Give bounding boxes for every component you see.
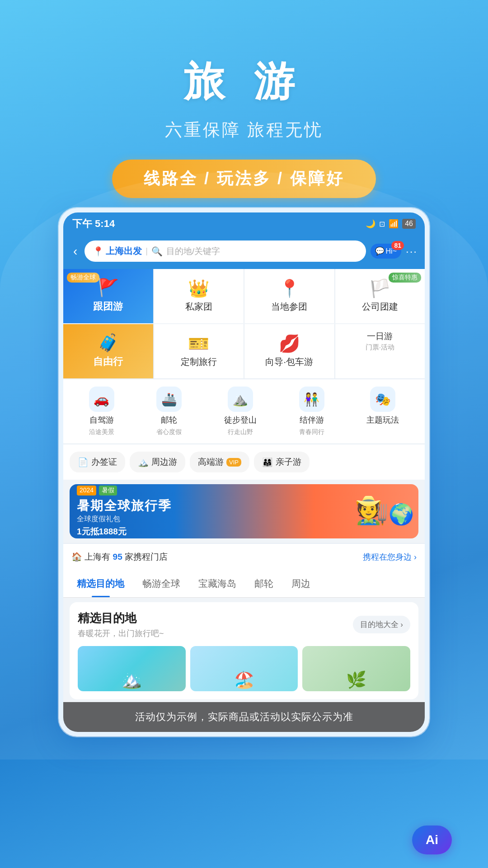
wifi-icon: 📶 bbox=[389, 219, 399, 229]
location-icon: 📍 bbox=[93, 246, 104, 257]
dest-all-button[interactable]: 目的地大全 › bbox=[353, 616, 410, 633]
grid-item-group-tour[interactable]: 畅游全球 🚩 跟团游 bbox=[63, 269, 153, 323]
service-self-drive[interactable]: 🚗 自驾游 沿途美景 bbox=[89, 387, 114, 436]
character-icon: 🧑‍🌾 bbox=[355, 494, 389, 526]
self-drive-icon: 🚗 bbox=[94, 392, 109, 407]
dest-btn-label: 目的地大全 bbox=[360, 619, 399, 630]
tag-luxury[interactable]: 高端游 VIP bbox=[190, 452, 249, 472]
chat-badge: 81 bbox=[391, 241, 404, 250]
tab-bar: 精选目的地 畅游全球 宝藏海岛 邮轮 周边 bbox=[63, 570, 425, 598]
companion-label: 结伴游 bbox=[300, 415, 324, 425]
tag-popular: 畅游全球 bbox=[67, 273, 99, 283]
tab-selected-dest[interactable]: 精选目的地 bbox=[68, 570, 133, 597]
phone-screen: 下午 5:14 🌙 ⊡ 📶 46 ‹ 📍 上海出发 | 🔍 目的地/关键字 bbox=[63, 212, 425, 732]
phone-mockup: 下午 5:14 🌙 ⊡ 📶 46 ‹ 📍 上海出发 | 🔍 目的地/关键字 bbox=[59, 208, 429, 736]
theme-icon: 🎭 bbox=[375, 392, 391, 407]
vip-badge: VIP bbox=[226, 458, 241, 467]
service-cruise[interactable]: 🚢 邮轮 省心度假 bbox=[156, 387, 182, 436]
store-icon: 🏠 bbox=[71, 552, 84, 561]
more-button[interactable]: ··· bbox=[406, 245, 418, 258]
grid-item-one-day[interactable]: 一日游 门票·活动 bbox=[335, 324, 425, 378]
grid-item-company-tour[interactable]: 惊喜特惠 🏳️ 公司团建 bbox=[335, 269, 425, 323]
back-button[interactable]: ‹ bbox=[70, 244, 80, 259]
dest-header: 精选目的地 春暖花开，出门旅行吧~ 目的地大全 › bbox=[78, 610, 410, 639]
status-icons: 🌙 ⊡ 📶 46 bbox=[366, 219, 416, 229]
hero-title: 旅 游 bbox=[0, 54, 488, 109]
chat-icon: 💬 bbox=[375, 246, 385, 256]
battery-icon: 46 bbox=[402, 219, 416, 229]
company-tour-icon: 🏳️ bbox=[369, 280, 390, 297]
banner-illustration: 🧑‍🌾 🌍 bbox=[179, 494, 418, 528]
tags-row: 📄 办签证 🏔️ 周边游 高端游 VIP 👨‍👩‍👧 亲子游 bbox=[63, 443, 425, 480]
search-bar[interactable]: 📍 上海出发 | 🔍 目的地/关键字 bbox=[84, 241, 366, 262]
search-icon: 🔍 bbox=[151, 246, 163, 257]
family-icon: 👨‍👩‍👧 bbox=[262, 457, 273, 467]
companion-sublabel: 青春同行 bbox=[299, 428, 324, 436]
tag-special: 惊喜特惠 bbox=[389, 273, 421, 283]
beach-scene-icon: 🏖️ bbox=[234, 670, 254, 689]
service-hiking[interactable]: ⛰️ 徒步登山 行走山野 bbox=[224, 387, 257, 436]
tag-family[interactable]: 👨‍👩‍👧 亲子游 bbox=[254, 452, 310, 472]
tag-nearby[interactable]: 🏔️ 周边游 bbox=[130, 452, 185, 472]
service-companion[interactable]: 👫 结伴游 青春同行 bbox=[299, 387, 324, 436]
nav-icons: 💬 Hi~ 81 ··· bbox=[371, 244, 418, 259]
chat-button[interactable]: 💬 Hi~ 81 bbox=[371, 244, 401, 259]
tab-global[interactable]: 畅游全球 bbox=[133, 570, 189, 597]
search-divider: | bbox=[145, 246, 148, 256]
banner-subtitle: 全球度假礼包 bbox=[77, 514, 172, 524]
banner-text: 2024 暑假 暑期全球旅行季 全球度假礼包 1元抵1888元 bbox=[70, 484, 179, 538]
banner-tag2: 暑假 bbox=[99, 486, 117, 495]
store-prefix: 上海有 bbox=[84, 552, 110, 561]
dest-section: 精选目的地 春暖花开，出门旅行吧~ 目的地大全 › 🏔️ 🏖️ bbox=[70, 602, 418, 699]
status-time: 下午 5:14 bbox=[72, 217, 115, 231]
moon-icon: 🌙 bbox=[366, 219, 375, 229]
grid-item-custom-travel[interactable]: 🎫 定制旅行 bbox=[154, 324, 244, 378]
dest-thumb-3[interactable]: 🌿 bbox=[302, 646, 410, 691]
company-tour-label: 公司团建 bbox=[362, 301, 398, 313]
mountain-icon: 🏔️ bbox=[138, 457, 149, 467]
service-theme[interactable]: 🎭 主题玩法 bbox=[366, 387, 399, 436]
guide-tour-icon: 💋 bbox=[279, 335, 300, 352]
banner[interactable]: 2024 暑假 暑期全球旅行季 全球度假礼包 1元抵1888元 🧑‍🌾 🌍 bbox=[70, 484, 418, 538]
banner-tag1: 2024 bbox=[77, 486, 96, 495]
store-link[interactable]: 携程在您身边 › bbox=[363, 552, 417, 562]
companion-icon-bg: 👫 bbox=[299, 387, 324, 412]
tab-island[interactable]: 宝藏海岛 bbox=[189, 570, 245, 597]
self-drive-icon-bg: 🚗 bbox=[89, 387, 114, 412]
free-travel-icon: 🧳 bbox=[98, 334, 119, 351]
dest-thumb-2[interactable]: 🏖️ bbox=[190, 646, 298, 691]
visa-icon: 📄 bbox=[78, 457, 89, 467]
main-grid: 畅游全球 🚩 跟团游 👑 私家团 📍 当地参团 惊喜特惠 🏳️ 公司团建 bbox=[63, 269, 425, 323]
hiking-icon: ⛰️ bbox=[232, 392, 248, 407]
tab-cruise[interactable]: 邮轮 bbox=[245, 570, 282, 597]
nav-bar: ‹ 📍 上海出发 | 🔍 目的地/关键字 💬 Hi~ 81 ··· bbox=[63, 235, 425, 269]
dest-title: 精选目的地 bbox=[78, 610, 164, 626]
nearby-label: 周边游 bbox=[151, 456, 177, 468]
grid-item-guide-tour[interactable]: 💋 向导·包车游 bbox=[244, 324, 334, 378]
cruise-icon: 🚢 bbox=[161, 392, 177, 407]
group-tour-label: 跟团游 bbox=[93, 300, 123, 313]
tag-visa[interactable]: 📄 办签证 bbox=[70, 452, 125, 472]
grid-item-free-travel[interactable]: 🧳 自由行 bbox=[63, 324, 153, 378]
visa-label: 办签证 bbox=[91, 456, 117, 468]
search-origin: 📍 上海出发 bbox=[93, 245, 142, 257]
luxury-label: 高端游 bbox=[198, 456, 224, 468]
tab-nearby[interactable]: 周边 bbox=[282, 570, 319, 597]
screen-icon: ⊡ bbox=[379, 220, 385, 228]
guide-tour-label: 向导·包车游 bbox=[265, 356, 313, 368]
cruise-icon-bg: 🚢 bbox=[156, 387, 182, 412]
service-row: 🚗 自驾游 沿途美景 🚢 邮轮 省心度假 ⛰️ 徒步登山 行走山野 bbox=[63, 378, 425, 443]
grid-item-local-tour[interactable]: 📍 当地参团 bbox=[244, 269, 334, 323]
custom-travel-label: 定制旅行 bbox=[181, 356, 217, 368]
disclaimer-text: 活动仅为示例，实际商品或活动以实际公示为准 bbox=[135, 711, 353, 722]
cruise-label: 邮轮 bbox=[161, 415, 177, 425]
banner-promo: 1元抵1888元 bbox=[77, 526, 172, 538]
dest-thumb-1[interactable]: 🏔️ bbox=[78, 646, 186, 691]
group-tour-icon: 🚩 bbox=[98, 279, 119, 296]
grid-item-private-tour[interactable]: 👑 私家团 bbox=[154, 269, 244, 323]
globe-icon: 🌍 bbox=[389, 502, 414, 526]
main-grid-row2: 🧳 自由行 🎫 定制旅行 💋 向导·包车游 一日游 门票·活动 bbox=[63, 324, 425, 378]
ai-button[interactable]: Ai bbox=[412, 826, 452, 854]
private-tour-icon: 👑 bbox=[188, 280, 209, 297]
hiking-sublabel: 行走山野 bbox=[228, 428, 253, 436]
